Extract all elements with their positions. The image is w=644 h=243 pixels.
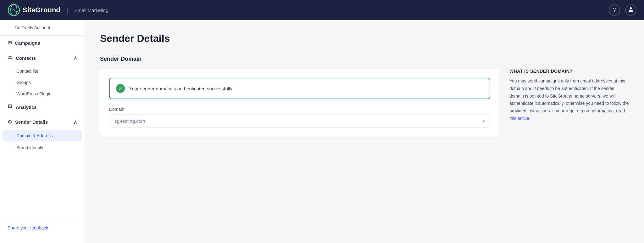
sender-details-icon: ⚙ <box>8 119 12 125</box>
sender-domain-card: ✓ Your sender domain is authenticated su… <box>100 69 499 137</box>
campaigns-label: Campaigns <box>15 40 40 46</box>
analytics-label: Analytics <box>16 105 37 110</box>
success-message: Your sender domain is authenticated succ… <box>129 86 234 91</box>
sidebar-item-brand-identity[interactable]: Brand identity <box>0 142 85 153</box>
sidebar-item-contact-list[interactable]: Contact list <box>0 65 85 77</box>
page-title: Sender Details <box>100 33 629 44</box>
user-button[interactable] <box>625 4 636 16</box>
header-divider: | <box>67 7 68 14</box>
header-right: ? <box>609 4 636 16</box>
sidebar-item-groups[interactable]: Groups <box>0 77 85 88</box>
go-to-account-link[interactable]: ← Go To My Account <box>0 20 85 36</box>
header: SiteGround | Email Marketing ? <box>0 0 644 20</box>
content-grid: ✓ Your sender domain is authenticated su… <box>100 69 629 137</box>
info-text-part1: You may send campaigns only from email a… <box>509 78 629 113</box>
contacts-item-left: Contacts <box>8 55 36 61</box>
domain-value: sg-testing.com <box>114 118 145 124</box>
domain-label: Domain <box>109 107 490 112</box>
sidebar-item-wordpress-plugin[interactable]: WordPress Plugin <box>0 88 85 99</box>
sender-details-item-left: ⚙ Sender Details <box>8 119 48 125</box>
sidebar-item-sender-details[interactable]: ⚙ Sender Details ∧ <box>0 115 85 129</box>
logo: SiteGround <box>8 4 60 16</box>
analytics-icon <box>8 104 13 110</box>
sidebar-item-contacts[interactable]: Contacts ∧ <box>0 50 85 65</box>
success-banner: ✓ Your sender domain is authenticated su… <box>109 78 490 99</box>
user-icon <box>628 7 634 14</box>
sidebar-nav: ← Go To My Account ✉ Campaigns Contacts <box>0 20 85 220</box>
sidebar-item-analytics[interactable]: Analytics <box>0 99 85 115</box>
info-text-part2: . <box>529 116 530 121</box>
header-subtitle: Email Marketing <box>75 8 108 13</box>
logo-wordmark: SiteGround <box>23 6 60 14</box>
share-feedback-link[interactable]: Share your feedback <box>0 220 85 235</box>
back-label: Go To My Account <box>14 25 50 30</box>
analytics-item-left: Analytics <box>8 104 37 110</box>
info-text: You may send campaigns only from email a… <box>509 77 629 122</box>
campaigns-item-left: ✉ Campaigns <box>8 40 40 46</box>
domain-select[interactable]: sg-testing.com <box>109 114 490 128</box>
help-button[interactable]: ? <box>609 4 620 16</box>
contacts-label: Contacts <box>16 55 36 61</box>
success-check-icon: ✓ <box>116 84 125 93</box>
info-panel: WHAT IS SENDER DOMAIN? You may send camp… <box>509 69 629 122</box>
layout: ← Go To My Account ✉ Campaigns Contacts <box>0 20 644 243</box>
sender-details-chevron-icon: ∧ <box>74 119 77 125</box>
domain-field: Domain sg-testing.com <box>109 107 490 128</box>
help-icon: ? <box>613 7 616 13</box>
sender-details-label: Sender Details <box>15 119 48 125</box>
sidebar: ← Go To My Account ✉ Campaigns Contacts <box>0 20 85 243</box>
section-title: Sender Domain <box>100 56 629 62</box>
campaigns-icon: ✉ <box>8 40 12 46</box>
this-article-link[interactable]: this article <box>509 116 529 121</box>
info-title: WHAT IS SENDER DOMAIN? <box>509 69 629 74</box>
header-left: SiteGround | Email Marketing <box>8 4 108 16</box>
sidebar-item-domain-address[interactable]: Domain & Address <box>3 130 82 141</box>
domain-chevron-icon <box>483 118 485 124</box>
back-arrow-icon: ← <box>8 25 12 30</box>
contacts-chevron-icon: ∧ <box>74 55 77 61</box>
sidebar-item-campaigns[interactable]: ✉ Campaigns <box>0 36 85 50</box>
logo-icon <box>8 4 20 16</box>
main-content: Sender Details Sender Domain ✓ Your send… <box>85 20 644 243</box>
contacts-icon <box>8 55 13 61</box>
